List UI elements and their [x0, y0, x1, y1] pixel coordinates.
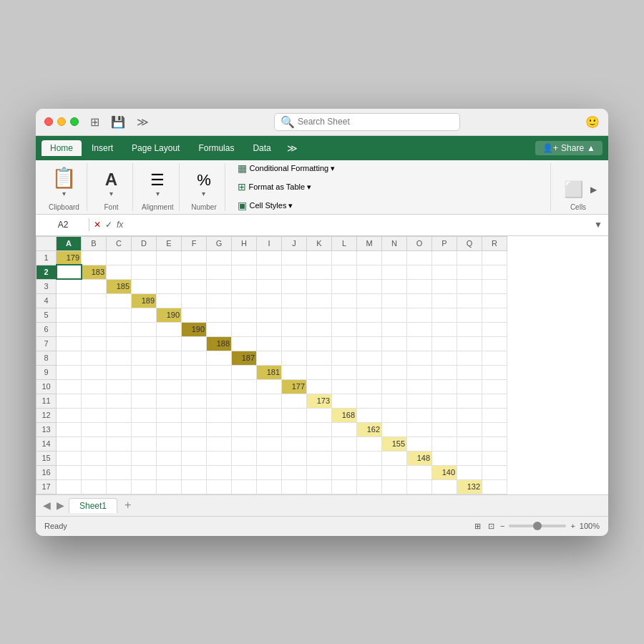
cell-R2[interactable]: [482, 265, 507, 279]
font-button[interactable]: A ▾: [101, 168, 122, 200]
row-header-5[interactable]: 5: [36, 308, 57, 322]
cell-B17[interactable]: [82, 479, 107, 494]
cell-E4[interactable]: [157, 293, 182, 308]
cell-H5[interactable]: [232, 308, 257, 322]
cell-G17[interactable]: [207, 479, 232, 494]
cell-E16[interactable]: [157, 465, 182, 479]
cell-L17[interactable]: [332, 479, 357, 494]
cell-M15[interactable]: [357, 451, 382, 465]
cell-N8[interactable]: [382, 351, 407, 365]
cell-P8[interactable]: [432, 351, 457, 365]
cell-O10[interactable]: [407, 379, 432, 394]
cell-E10[interactable]: [157, 379, 182, 394]
cell-G1[interactable]: [207, 250, 232, 265]
cells-expand-icon[interactable]: ▶: [590, 185, 597, 195]
cell-reference-input[interactable]: A2: [42, 220, 84, 230]
cell-H7[interactable]: [232, 336, 257, 351]
col-header-P[interactable]: P: [432, 236, 457, 250]
cell-Q15[interactable]: [457, 451, 482, 465]
cell-N15[interactable]: [382, 451, 407, 465]
cell-R10[interactable]: [482, 379, 507, 394]
cell-A3[interactable]: [57, 279, 82, 293]
zoom-slider[interactable]: [509, 525, 566, 527]
cell-A15[interactable]: [57, 451, 82, 465]
cell-I6[interactable]: [257, 322, 282, 336]
cell-P12[interactable]: [432, 408, 457, 422]
cell-O15[interactable]: 148: [407, 451, 432, 465]
cell-Q5[interactable]: [457, 308, 482, 322]
cell-M3[interactable]: [357, 279, 382, 293]
sheet-next-icon[interactable]: ▶: [55, 498, 66, 512]
cell-E1[interactable]: [157, 250, 182, 265]
cell-H10[interactable]: [232, 379, 257, 394]
cell-A14[interactable]: [57, 436, 82, 451]
cell-O8[interactable]: [407, 351, 432, 365]
cell-D10[interactable]: [132, 379, 157, 394]
cell-N5[interactable]: [382, 308, 407, 322]
cell-K16[interactable]: [307, 465, 332, 479]
cell-F9[interactable]: [182, 365, 207, 379]
corner-header[interactable]: [36, 236, 57, 250]
cell-F8[interactable]: [182, 351, 207, 365]
cell-G14[interactable]: [207, 436, 232, 451]
cell-P1[interactable]: [432, 250, 457, 265]
tab-home[interactable]: Home: [42, 140, 82, 156]
cell-Q4[interactable]: [457, 293, 482, 308]
cell-A5[interactable]: [57, 308, 82, 322]
cell-E14[interactable]: [157, 436, 182, 451]
cells-button[interactable]: ⬜: [560, 179, 587, 200]
cell-N1[interactable]: [382, 250, 407, 265]
cell-D8[interactable]: [132, 351, 157, 365]
cell-Q2[interactable]: [457, 265, 482, 279]
cell-Q9[interactable]: [457, 365, 482, 379]
cell-K10[interactable]: [307, 379, 332, 394]
cell-R1[interactable]: [482, 250, 507, 265]
cell-I15[interactable]: [257, 451, 282, 465]
cell-C14[interactable]: [107, 436, 132, 451]
cell-D4[interactable]: 189: [132, 293, 157, 308]
cell-P9[interactable]: [432, 365, 457, 379]
cell-Q12[interactable]: [457, 408, 482, 422]
cell-E17[interactable]: [157, 479, 182, 494]
cell-B3[interactable]: [82, 279, 107, 293]
tab-insert[interactable]: Insert: [83, 140, 122, 156]
cell-Q3[interactable]: [457, 279, 482, 293]
cell-N9[interactable]: [382, 365, 407, 379]
cell-N13[interactable]: [382, 422, 407, 436]
cell-G13[interactable]: [207, 422, 232, 436]
cell-L15[interactable]: [332, 451, 357, 465]
zoom-in-icon[interactable]: +: [570, 522, 575, 530]
cell-R13[interactable]: [482, 422, 507, 436]
cell-R9[interactable]: [482, 365, 507, 379]
col-header-H[interactable]: H: [232, 236, 257, 250]
cell-M17[interactable]: [357, 479, 382, 494]
cell-F2[interactable]: [182, 265, 207, 279]
cell-N16[interactable]: [382, 465, 407, 479]
cell-O11[interactable]: [407, 394, 432, 408]
search-input[interactable]: [298, 117, 454, 127]
cell-G9[interactable]: [207, 365, 232, 379]
cell-A17[interactable]: [57, 479, 82, 494]
cell-J16[interactable]: [282, 465, 307, 479]
cell-B5[interactable]: [82, 308, 107, 322]
cell-H2[interactable]: [232, 265, 257, 279]
cell-G8[interactable]: [207, 351, 232, 365]
cell-H11[interactable]: [232, 394, 257, 408]
cell-H13[interactable]: [232, 422, 257, 436]
cell-B9[interactable]: [82, 365, 107, 379]
row-header-12[interactable]: 12: [36, 408, 57, 422]
cell-P2[interactable]: [432, 265, 457, 279]
cell-B16[interactable]: [82, 465, 107, 479]
cell-D7[interactable]: [132, 336, 157, 351]
cell-D11[interactable]: [132, 394, 157, 408]
cell-M4[interactable]: [357, 293, 382, 308]
cell-O9[interactable]: [407, 365, 432, 379]
row-header-4[interactable]: 4: [36, 293, 57, 308]
cell-F11[interactable]: [182, 394, 207, 408]
cell-L4[interactable]: [332, 293, 357, 308]
cell-K12[interactable]: [307, 408, 332, 422]
cell-A16[interactable]: [57, 465, 82, 479]
row-header-11[interactable]: 11: [36, 394, 57, 408]
cell-J11[interactable]: [282, 394, 307, 408]
cell-C6[interactable]: [107, 322, 132, 336]
